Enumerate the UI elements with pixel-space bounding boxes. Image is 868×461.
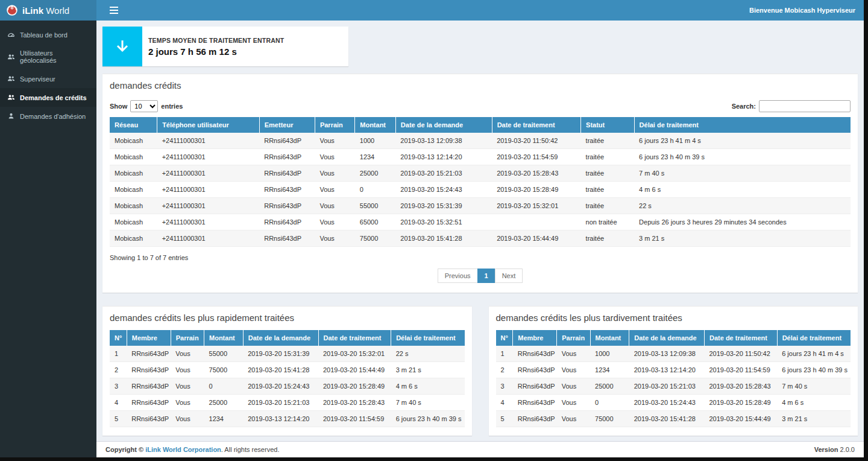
users-icon [7,75,15,83]
table-cell: 2019-03-20 15:41:28 [243,362,318,378]
arrow-down-icon [114,38,131,55]
column-header[interactable]: Membre [127,330,171,346]
table-cell: 2019-03-20 15:32:01 [492,198,580,214]
table-cell: 2019-03-20 15:28:43 [318,395,391,411]
table-cell: 2019-03-20 15:31:39 [395,198,492,214]
column-header[interactable]: Membre [513,330,557,346]
table-cell: Vous [171,378,204,395]
table-cell: 25000 [355,165,396,182]
table-cell: non traitée [581,214,634,230]
search-control: Search: [732,100,851,112]
table-header-row: N°MembreParrainMontantDate de la demande… [110,330,465,346]
info-box-value: 2 jours 7 h 56 m 12 s [148,46,284,57]
footer-copyright: Copyright © iLink World Corporation. All… [105,446,279,453]
slowest-panel-title: demandes crédits les plus tardivement tr… [489,307,858,328]
table-cell: 6 jours 23 h 41 m 4 s [777,346,851,362]
table-cell: 2019-03-20 11:50:42 [492,133,580,149]
hamburger-icon [110,7,118,14]
table-cell: 2019-03-20 15:32:51 [395,214,492,230]
table-header-row: RéseauTéléphone utilisateurEmetteurParra… [110,117,851,133]
table-cell: 2019-03-20 15:41:28 [629,411,705,427]
brand-area[interactable]: iLink World [0,0,96,21]
sidebar-item-utilisateurs-geolocalises[interactable]: Utilisateurs géolocalisés [0,44,96,69]
table-cell: Mobicash [110,165,157,182]
table-cell: 3 m 21 s [777,411,851,427]
column-header[interactable]: Montant [204,330,244,346]
table-cell: 7 m 40 s [634,165,851,182]
table-cell: 2019-03-20 15:21:03 [395,165,492,182]
table-cell: +24111000301 [157,214,260,230]
column-header[interactable]: Date de traitement [318,330,391,346]
search-label: Search: [732,103,756,110]
column-header[interactable]: Parrain [315,117,354,133]
column-header[interactable]: Montant [355,117,396,133]
sidebar-item-label: Demandes d'adhésion [20,113,86,120]
column-header[interactable]: Emetteur [259,117,315,133]
table-cell: RRnsi643dP [127,395,171,411]
table-row: 4RRnsi643dPVous250002019-03-20 15:21:032… [110,395,465,411]
column-header[interactable]: Délai de traitement [634,117,851,133]
table-cell: +24111000301 [157,149,260,165]
column-header[interactable]: Date de traitement [705,330,778,346]
slowest-credits-panel: demandes crédits les plus tardivement tr… [489,306,858,436]
company-link[interactable]: iLink World Corporation [145,446,221,453]
column-header[interactable]: Montant [590,330,629,346]
table-cell: 3 [110,378,127,395]
entries-length-control: Show 10 entries [110,100,183,112]
sidebar: Tableau de bord Utilisateurs géolocalisé… [0,21,96,457]
page-length-select[interactable]: 10 [130,100,158,112]
column-header[interactable]: N° [496,330,513,346]
table-cell: 75000 [590,411,629,427]
table-cell: RRnsi643dP [259,149,315,165]
sidebar-toggle-button[interactable] [104,0,124,21]
pagination: Previous 1 Next [110,264,851,284]
column-header[interactable]: Date de la demande [243,330,318,346]
table-cell: RRnsi643dP [513,346,557,362]
table-cell: 65000 [355,214,396,230]
table-cell: 22 s [634,198,851,214]
info-box-icon-area [102,27,142,66]
table-cell: Vous [557,395,590,411]
column-header[interactable]: Parrain [171,330,204,346]
table-cell: 5 [496,411,513,427]
table-cell: traitée [581,182,634,198]
column-header[interactable]: Date de traitement [492,117,580,133]
table-cell: Vous [315,230,354,247]
column-header[interactable]: Délai de traitement [391,330,465,346]
table-cell: RRnsi643dP [259,133,315,149]
search-input[interactable] [759,100,851,112]
table-cell: 22 s [391,346,465,362]
footer: Copyright © iLink World Corporation. All… [96,441,864,457]
sidebar-item-tableau-de-bord[interactable]: Tableau de bord [0,25,96,44]
table-cell: +24111000301 [157,133,260,149]
column-header[interactable]: Date de la demande [629,330,705,346]
table-cell: 0 [355,182,396,198]
credits-panel-title: demandes crédits [102,74,858,95]
sidebar-item-demandes-de-credits[interactable]: Demandes de crédits [0,88,96,107]
pagination-page-1-button[interactable]: 1 [477,269,495,283]
column-header[interactable]: Parrain [557,330,590,346]
sidebar-item-demandes-adhesion[interactable]: Demandes d'adhésion [0,107,96,126]
sidebar-item-label: Utilisateurs géolocalisés [20,49,90,64]
column-header[interactable]: N° [110,330,127,346]
column-header[interactable]: Délai de traitement [777,330,851,346]
table-cell: 2019-03-13 12:14:20 [243,411,318,427]
showing-entries-status: Showing 1 to 7 of 7 entries [110,247,851,264]
table-row: 5RRnsi643dPVous750002019-03-20 15:41:282… [496,411,851,427]
table-cell: RRnsi643dP [259,182,315,198]
pagination-previous-button[interactable]: Previous [438,269,478,283]
pagination-next-button[interactable]: Next [495,269,523,283]
table-cell: Vous [315,149,354,165]
table-cell: 6 jours 23 h 40 m 39 s [777,362,851,378]
table-cell: RRnsi643dP [259,198,315,214]
column-header[interactable]: Téléphone utilisateur [157,117,260,133]
sidebar-item-superviseur[interactable]: Superviseur [0,69,96,88]
table-cell: Vous [171,362,204,378]
column-header[interactable]: Réseau [110,117,157,133]
table-cell: 7 m 40 s [391,395,465,411]
table-cell: 2019-03-13 12:09:38 [395,133,492,149]
table-cell: Vous [315,198,354,214]
column-header[interactable]: Date de la demande [395,117,492,133]
column-header[interactable]: Statut [581,117,634,133]
table-cell: traitée [581,198,634,214]
